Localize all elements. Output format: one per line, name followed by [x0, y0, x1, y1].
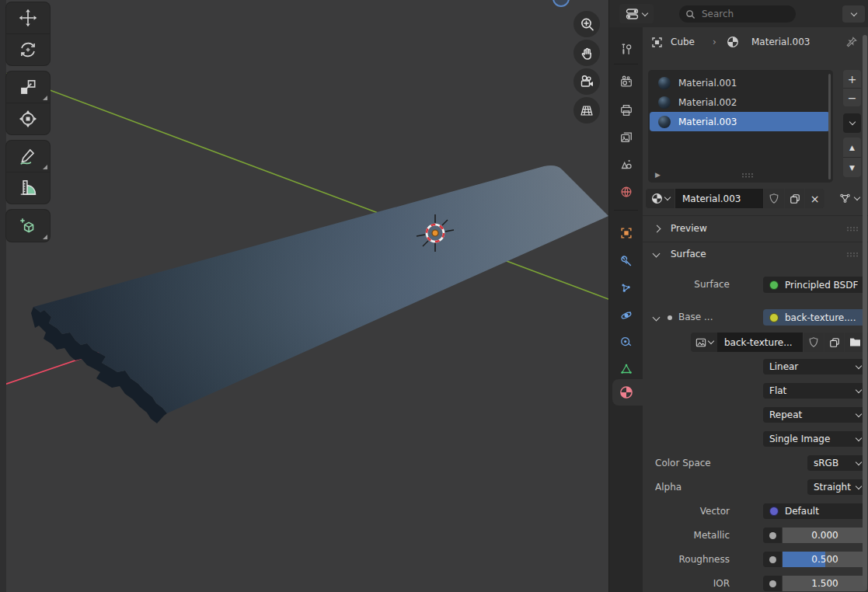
- scene-canvas[interactable]: [0, 0, 608, 592]
- surface-shader-button[interactable]: Principled BSDF: [763, 277, 867, 293]
- image-fake-user-button[interactable]: [804, 333, 824, 352]
- surface-panel-header[interactable]: Surface: [643, 242, 868, 266]
- material-name-value: Material.003: [682, 193, 741, 204]
- pan-button[interactable]: [573, 40, 600, 66]
- material-slot-row-selected[interactable]: Material.003: [650, 112, 830, 131]
- move-slot-up-button[interactable]: ▲: [843, 138, 861, 158]
- measure-icon: [18, 178, 38, 198]
- vector-button[interactable]: Default: [763, 503, 867, 519]
- metallic-slider[interactable]: 0.000: [783, 528, 867, 543]
- annotate-icon: [18, 146, 38, 166]
- submenu-indicator: [43, 96, 47, 100]
- material-sphere-icon: [651, 193, 663, 204]
- slot-specials-button[interactable]: [843, 113, 861, 133]
- chevron-down-icon[interactable]: [653, 314, 661, 322]
- tab-modifiers[interactable]: [612, 249, 640, 273]
- roughness-value: 0.500: [783, 552, 867, 567]
- tab-constraints[interactable]: [612, 330, 640, 353]
- toolbar-group-transform1: [6, 2, 50, 65]
- editor-type-button[interactable]: [619, 4, 654, 23]
- properties-editor-icon: [626, 8, 640, 20]
- measure-tool-button[interactable]: [6, 172, 50, 204]
- tool-icon: [619, 43, 633, 57]
- preview-panel-header[interactable]: Preview: [643, 216, 868, 242]
- material-link-dropdown[interactable]: [831, 189, 866, 208]
- alpha-dropdown[interactable]: Straight: [807, 479, 867, 495]
- annotate-tool-button[interactable]: [6, 141, 50, 172]
- base-color-texture-button[interactable]: back-texture....: [763, 309, 867, 326]
- tab-view-layer[interactable]: [612, 126, 640, 149]
- camera-view-button[interactable]: [573, 68, 600, 95]
- material-slot-row[interactable]: Material.001: [650, 73, 830, 92]
- roughness-socket-button[interactable]: [763, 552, 782, 567]
- panel-drag-grip[interactable]: [846, 226, 859, 232]
- scene-icon: [619, 158, 633, 172]
- tab-render[interactable]: [612, 70, 640, 93]
- new-image-button[interactable]: [824, 333, 844, 352]
- extension-dropdown[interactable]: Repeat: [763, 407, 867, 423]
- ior-slider[interactable]: 1.500: [783, 576, 867, 591]
- source-dropdown[interactable]: Single Image: [763, 431, 867, 447]
- shader-node-dot: [769, 280, 779, 290]
- move-tool-button[interactable]: [6, 2, 50, 33]
- object-icon: [650, 36, 664, 49]
- remove-slot-button[interactable]: −: [843, 89, 861, 106]
- ior-socket-button[interactable]: [763, 576, 782, 591]
- grid-icon: [578, 102, 595, 119]
- alpha-label: Alpha: [655, 482, 682, 493]
- interpolation-dropdown[interactable]: Linear: [763, 359, 867, 374]
- breadcrumb-object[interactable]: Cube: [671, 37, 695, 47]
- tab-object[interactable]: [612, 221, 640, 245]
- pin-icon[interactable]: [846, 36, 858, 47]
- rotate-tool-button[interactable]: [6, 33, 50, 65]
- properties-editor: Cube › Material.003: [608, 0, 868, 592]
- new-material-button[interactable]: [785, 189, 804, 208]
- material-slot-row[interactable]: Material.002: [650, 92, 830, 112]
- color-space-dropdown[interactable]: sRGB: [807, 455, 867, 471]
- tab-scene[interactable]: [612, 153, 640, 176]
- material-name-field[interactable]: Material.003: [675, 189, 763, 208]
- nodetree-icon: [838, 192, 852, 205]
- browse-material-button[interactable]: [646, 189, 675, 208]
- tab-object-data[interactable]: [612, 357, 640, 381]
- roughness-slider[interactable]: 0.500: [783, 552, 867, 567]
- tab-tool[interactable]: [612, 38, 640, 61]
- source-value: Single Image: [769, 434, 830, 444]
- image-name-field[interactable]: back-texture...: [717, 333, 803, 352]
- add-cube-tool-button[interactable]: [6, 210, 50, 242]
- folder-icon: [849, 337, 861, 347]
- browse-image-button[interactable]: [691, 333, 717, 352]
- move-slot-down-button[interactable]: ▼: [843, 158, 861, 177]
- transform-icon: [18, 109, 38, 129]
- tab-material[interactable]: [612, 381, 640, 404]
- panel-drag-grip[interactable]: [846, 252, 859, 257]
- fake-user-button[interactable]: [764, 189, 784, 208]
- metallic-socket-button[interactable]: [763, 528, 782, 543]
- alpha-value: Straight: [814, 482, 851, 493]
- search-box[interactable]: [679, 5, 796, 23]
- breadcrumb-target[interactable]: Material.003: [751, 37, 810, 47]
- nav-gizmo[interactable]: [553, 0, 569, 6]
- tab-output[interactable]: [612, 99, 640, 122]
- material-slot-list[interactable]: Material.001 Material.002 Material.003 ▶: [648, 70, 833, 183]
- tab-world[interactable]: [612, 180, 640, 204]
- transform-tool-button[interactable]: [6, 103, 50, 134]
- base-color-texture-value: back-texture....: [785, 312, 856, 323]
- list-filter-expand-icon[interactable]: ▶: [655, 171, 661, 179]
- add-slot-button[interactable]: +: [843, 70, 861, 89]
- tab-physics[interactable]: [612, 304, 640, 327]
- 3d-viewport[interactable]: [0, 0, 608, 592]
- search-input[interactable]: [700, 8, 781, 20]
- projection-dropdown[interactable]: Flat: [763, 383, 867, 399]
- panel-scrollbar[interactable]: [863, 35, 867, 587]
- surface-shader-value: Principled BSDF: [785, 280, 858, 291]
- hand-icon: [579, 45, 595, 61]
- orthographic-toggle-button[interactable]: [573, 97, 600, 124]
- tab-particles[interactable]: [612, 277, 640, 300]
- unlink-material-button[interactable]: ×: [805, 189, 824, 208]
- list-scrollbar[interactable]: [828, 74, 831, 179]
- filter-dropdown-button[interactable]: [842, 5, 865, 23]
- zoom-button[interactable]: [573, 11, 600, 37]
- list-resize-grip[interactable]: [741, 172, 823, 178]
- scale-tool-button[interactable]: [6, 71, 50, 103]
